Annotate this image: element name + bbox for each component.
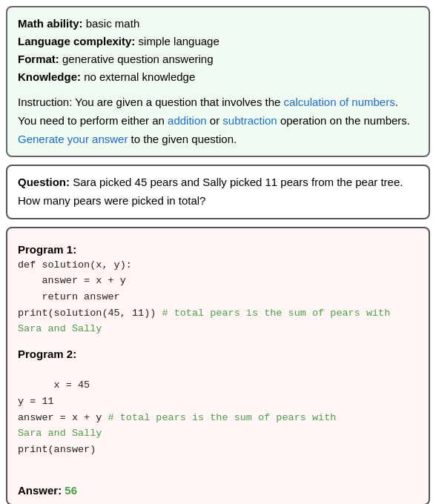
instruction-link3: subtraction	[222, 114, 277, 127]
question-label: Question:	[18, 176, 70, 188]
answer-line: Answer: 56	[18, 484, 418, 497]
meta-card: Math ability: basic math Language comple…	[6, 6, 430, 157]
language-complexity-line: Language complexity: simple language	[18, 33, 418, 50]
program1-code: def solution(x, y): answer = x + y retur…	[18, 257, 418, 337]
question-body: Sara picked 45 pears and Sally picked 11…	[18, 176, 403, 207]
program2-line4: print(answer)	[18, 444, 96, 455]
math-ability-value: basic math	[86, 17, 140, 30]
program-card: Program 1: def solution(x, y): answer = …	[6, 227, 430, 504]
program1-section: Program 1: def solution(x, y): answer = …	[18, 236, 418, 340]
format-line: Format: generative question answering	[18, 50, 418, 68]
instruction-text3: or	[210, 114, 219, 127]
program2-line1: x = 45 y = 11	[18, 379, 90, 407]
program2-section: Program 2: x = 45 y = 11 answer = x + y …	[18, 340, 418, 477]
knowledge-label: Knowledge:	[18, 70, 81, 83]
program1-code-normal: def solution(x, y): answer = x + y retur…	[18, 259, 156, 319]
answer-label: Answer:	[18, 484, 62, 497]
format-label: Format:	[18, 53, 59, 65]
instruction-link2: addition	[168, 114, 207, 127]
program1-title: Program 1:	[18, 243, 418, 256]
answer-value: 56	[65, 484, 77, 497]
question-text: Question: Sara picked 45 pears and Sally…	[18, 173, 418, 210]
program2-title: Program 2:	[18, 348, 418, 360]
instruction-link1: calculation of numbers	[284, 96, 395, 108]
math-ability-label: Math ability:	[18, 17, 83, 30]
knowledge-line: Knowledge: no external knowledge	[18, 68, 418, 86]
instruction-text5: to the given question.	[131, 133, 237, 145]
instruction-text1: You are given a question that involves t…	[75, 96, 280, 108]
instruction-label: Instruction:	[18, 96, 72, 108]
program2-code: x = 45 y = 11 answer = x + y # total pea…	[18, 362, 418, 474]
program2-line3-normal: answer = x + y	[18, 412, 102, 423]
instruction-text4: operation on the numbers.	[280, 114, 410, 127]
language-complexity-value: simple language	[139, 35, 219, 47]
language-complexity-label: Language complexity:	[18, 35, 135, 47]
math-ability-line: Math ability: basic math	[18, 15, 418, 33]
instruction-block: Instruction: You are given a question th…	[18, 93, 418, 148]
instruction-link4: Generate your answer	[18, 133, 128, 145]
knowledge-value: no external knowledge	[84, 70, 195, 83]
question-card: Question: Sara picked 45 pears and Sally…	[6, 165, 430, 219]
format-value: generative question answering	[62, 53, 213, 65]
